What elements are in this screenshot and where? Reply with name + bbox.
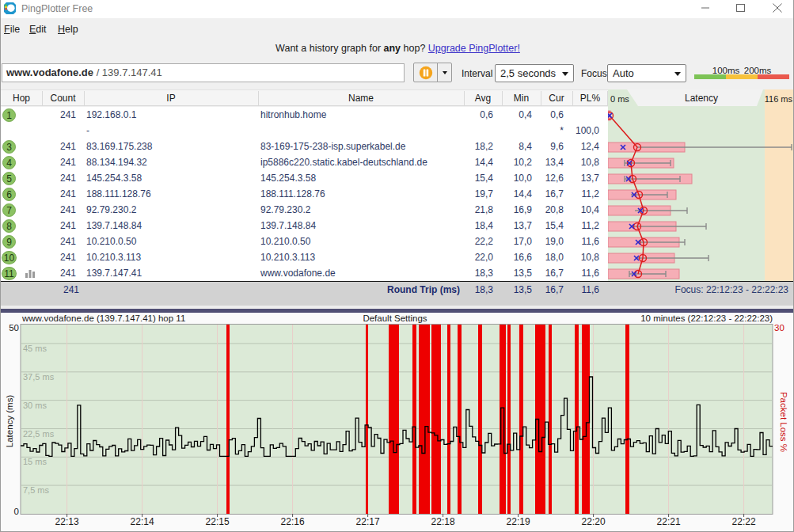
svg-text:Packet Loss %: Packet Loss %	[779, 392, 788, 452]
svg-text:Latency (ms): Latency (ms)	[5, 395, 14, 448]
svg-text:30 ms: 30 ms	[23, 401, 47, 410]
svg-text:7,5 ms: 7,5 ms	[23, 485, 50, 495]
svg-text:22:15: 22:15	[206, 516, 230, 527]
svg-text:15 ms: 15 ms	[23, 457, 47, 466]
svg-text:22,5 ms: 22,5 ms	[23, 429, 55, 439]
svg-text:22:21: 22:21	[657, 516, 681, 527]
svg-text:22:16: 22:16	[281, 516, 305, 527]
svg-text:22:18: 22:18	[431, 516, 455, 527]
svg-text:0: 0	[14, 507, 19, 516]
svg-text:22:19: 22:19	[507, 516, 530, 527]
svg-text:50: 50	[9, 323, 19, 332]
svg-text:37,5 ms: 37,5 ms	[23, 372, 55, 382]
svg-text:0 ms: 0 ms	[610, 94, 629, 104]
svg-text:45 ms: 45 ms	[23, 344, 47, 353]
svg-text:Latency: Latency	[685, 93, 718, 104]
svg-text:22:17: 22:17	[356, 516, 380, 527]
svg-text:22:20: 22:20	[582, 516, 606, 527]
svg-text:22:22: 22:22	[732, 516, 756, 527]
svg-text:116 ms: 116 ms	[765, 94, 793, 104]
svg-text:22:13: 22:13	[55, 516, 79, 527]
svg-text:30: 30	[774, 323, 785, 332]
svg-text:22:14: 22:14	[131, 516, 154, 527]
